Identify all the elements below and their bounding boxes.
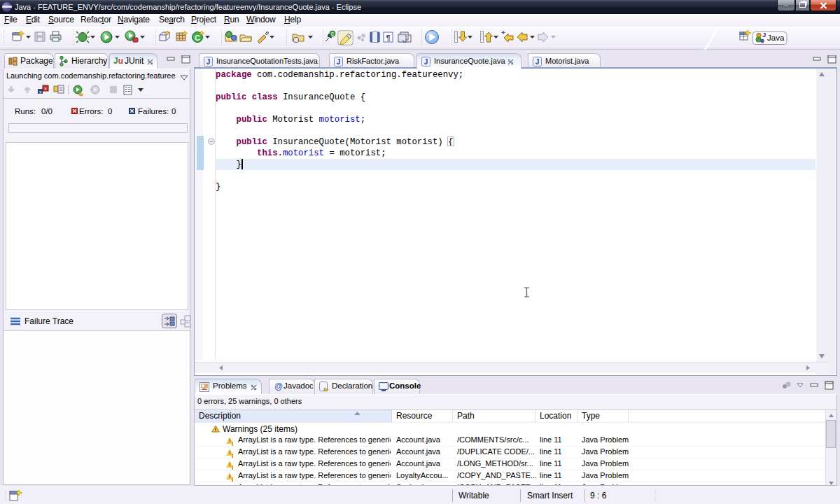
svg-text:x: x [44,86,47,91]
svg-text:J: J [206,58,211,66]
svg-text:C: C [331,31,335,36]
svg-text:Java: Java [767,34,785,42]
svg-text:J: J [536,58,540,66]
svg-text:J: J [337,58,341,66]
svg-text:C: C [195,34,200,42]
svg-text:¶: ¶ [386,34,390,42]
svg-text:J: J [762,31,766,38]
svg-text:J: J [424,58,428,66]
